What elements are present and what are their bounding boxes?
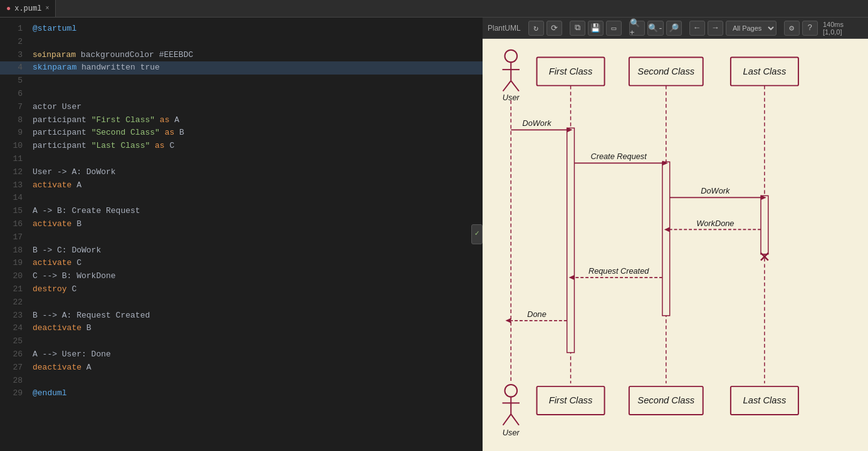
line-content: participant "Last Class" as C [33, 140, 478, 153]
editor-line-7[interactable]: 7actor User [0, 101, 483, 114]
line-content [33, 88, 478, 101]
line-number: 23 [5, 309, 23, 323]
tab-close-icon[interactable]: × [45, 5, 49, 12]
line-number: 25 [5, 335, 23, 348]
editor-line-10[interactable]: 10participant "Last Class" as C [0, 140, 483, 153]
editor-line-15[interactable]: 15A -> B: Create Request [0, 205, 483, 218]
line-number: 28 [5, 375, 23, 388]
line-content [33, 192, 478, 205]
line-content [33, 153, 478, 166]
line-number: 6 [5, 88, 23, 101]
editor-line-13[interactable]: 13activate A [0, 179, 483, 192]
line-content: deactivate A [33, 361, 478, 375]
editor-line-3[interactable]: 3s⚙inparam backgroundColor #EEEBDC [0, 49, 483, 62]
editor-line-19[interactable]: 19activate C [0, 257, 483, 270]
refresh-button[interactable]: ↻ [528, 21, 544, 36]
help-button[interactable]: ? [802, 21, 818, 36]
line-number: 9 [5, 127, 23, 140]
line-content: activate B [33, 218, 478, 231]
preview-pane: PlantUML ↻ ⟳ ⧉ 💾 ▭ 🔍+ 🔍- 🔎 ← → All Pages… [483, 18, 868, 451]
pages-select[interactable]: All Pages [726, 21, 776, 36]
line-number: 26 [5, 348, 23, 361]
svg-rect-18 [662, 162, 670, 316]
svg-text:Create Request: Create Request [590, 152, 647, 161]
editor-line-22[interactable]: 22 [0, 296, 483, 309]
editor-line-4[interactable]: 4skinparam handwritten true [0, 61, 483, 75]
line-number: 10 [5, 140, 23, 153]
line-number: 17 [5, 231, 23, 244]
diagram-svg: First Class Second Class Last Class User [483, 39, 868, 451]
line-number: 27 [5, 361, 23, 375]
next-page-button[interactable]: → [708, 21, 723, 36]
line-content: skinparam handwritten true [33, 61, 478, 75]
save-button[interactable]: 💾 [588, 21, 604, 36]
main-area: 1@startuml23s⚙inparam backgroundColor #E… [0, 18, 868, 451]
editor-line-18[interactable]: 18B -> C: DoWork [0, 244, 483, 257]
line-number: 16 [5, 218, 23, 231]
line-number: 18 [5, 244, 23, 257]
line-number: 19 [5, 257, 23, 270]
svg-text:Request Created: Request Created [588, 266, 649, 276]
line-number: 8 [5, 114, 23, 127]
line-content: B -> C: DoWork [33, 244, 478, 257]
svg-text:WorkDone: WorkDone [696, 219, 734, 228]
copy-button[interactable]: ⧉ [570, 21, 585, 36]
zoom-in-button[interactable]: 🔍+ [629, 21, 645, 36]
editor-line-1[interactable]: 1@startuml [0, 23, 483, 36]
editor-line-8[interactable]: 8participant "First Class" as A [0, 114, 483, 127]
svg-text:First Class: First Class [549, 66, 593, 76]
line-content: activate A [33, 179, 478, 192]
editor-pane[interactable]: 1@startuml23s⚙inparam backgroundColor #E… [0, 18, 483, 451]
line-number: 3 [5, 49, 23, 62]
line-content [33, 296, 478, 309]
editor-line-16[interactable]: 16activate B [0, 218, 483, 231]
editor-line-2[interactable]: 2 [0, 36, 483, 49]
line-number: 11 [5, 153, 23, 166]
file-tab[interactable]: ● x.puml × [0, 0, 56, 17]
export-button[interactable]: ▭ [606, 21, 622, 36]
auto-refresh-button[interactable]: ⟳ [546, 21, 562, 36]
svg-text:Second Class: Second Class [637, 395, 694, 405]
editor-line-23[interactable]: 23B --> A: Request Created [0, 309, 483, 323]
line-content: @enduml [33, 387, 478, 400]
tab-filename: x.puml [14, 4, 41, 13]
line-number: 4 [5, 61, 23, 75]
svg-text:Done: Done [527, 309, 546, 319]
svg-rect-19 [761, 195, 768, 254]
line-number: 15 [5, 205, 23, 218]
editor-line-21[interactable]: 21destroy C [0, 283, 483, 296]
editor-line-12[interactable]: 12User -> A: DoWork [0, 166, 483, 179]
editor-line-29[interactable]: 29@enduml [0, 387, 483, 400]
svg-rect-17 [567, 128, 575, 352]
line-content: deactivate B [33, 322, 478, 335]
editor-line-6[interactable]: 6 [0, 88, 483, 101]
editor-line-28[interactable]: 28 [0, 375, 483, 388]
editor-line-27[interactable]: 27deactivate A [0, 361, 483, 375]
settings-button[interactable]: ⚙ [784, 21, 800, 36]
editor-line-20[interactable]: 20C --> B: WorkDone [0, 270, 483, 283]
prev-page-button[interactable]: ← [689, 21, 705, 36]
editor-line-11[interactable]: 11 [0, 153, 483, 166]
line-content [33, 231, 478, 244]
zoom-out-button[interactable]: 🔍- [647, 21, 664, 36]
line-content: A --> User: Done [33, 348, 478, 361]
svg-text:Last Class: Last Class [743, 66, 787, 76]
zoom-reset-button[interactable]: 🔎 [666, 21, 682, 36]
editor-line-14[interactable]: 14 [0, 192, 483, 205]
splitter-button[interactable]: ✓ [471, 224, 483, 244]
editor-line-24[interactable]: 24deactivate B [0, 322, 483, 335]
editor-line-9[interactable]: 9participant "Second Class" as B [0, 127, 483, 140]
line-number: 14 [5, 192, 23, 205]
editor-line-26[interactable]: 26A --> User: Done [0, 348, 483, 361]
line-content: C --> B: WorkDone [33, 270, 478, 283]
line-number: 1 [5, 23, 23, 36]
line-number: 21 [5, 283, 23, 296]
line-content [33, 335, 478, 348]
editor-line-17[interactable]: 17 [0, 231, 483, 244]
line-content: @startuml [33, 23, 478, 36]
line-content [33, 36, 478, 49]
line-content: User -> A: DoWork [33, 166, 478, 179]
line-number: 5 [5, 75, 23, 88]
editor-line-5[interactable]: 5 [0, 75, 483, 88]
editor-line-25[interactable]: 25 [0, 335, 483, 348]
